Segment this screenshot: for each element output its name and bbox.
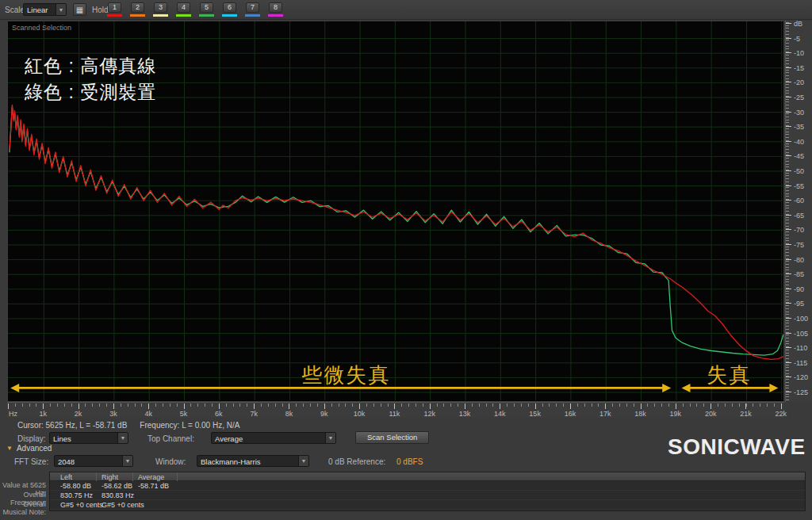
window-label: Window: [155, 457, 186, 466]
top-channel-label: Top Channel: [147, 434, 194, 443]
hold-color-swatch [107, 14, 122, 17]
db-tick [786, 112, 791, 113]
db-tick-label: -40 [794, 138, 804, 146]
hold-button-6[interactable]: 6 [223, 2, 236, 17]
frequency-tick [324, 403, 325, 409]
legend-overlay: 紅色 : 高傳真線 綠色 : 受測裝置 [25, 53, 156, 105]
db-tick-label: -55 [794, 182, 804, 190]
frequency-tick-label: 18k [634, 410, 646, 418]
hold-button-label: 6 [223, 2, 236, 13]
display-dropdown[interactable]: Lines ▼ [49, 432, 128, 444]
hold-button-7[interactable]: 7 [246, 2, 259, 17]
table-cell: 830.83 Hz [102, 491, 134, 499]
hold-button-label: 8 [269, 2, 282, 13]
top-channel-value: Average [212, 433, 325, 443]
table-cell: -58.71 dB [138, 482, 169, 490]
frequency-tick [8, 403, 9, 409]
window-dropdown[interactable]: Blackmann-Harris ▼ [197, 455, 309, 467]
legend-line-green: 綠色 : 受測裝置 [25, 79, 156, 105]
db-tick [786, 200, 791, 201]
hold-button-4[interactable]: 4 [177, 2, 190, 17]
spectrum-plot[interactable]: Scanned Selection 紅色 : 高傳真線 綠色 : 受測裝置 些微… [7, 21, 784, 402]
chevron-down-icon: ▼ [117, 433, 128, 443]
toolbar: Scale: Linear ▼ ▦ Hold: 12345678 [0, 0, 812, 20]
hold-button-5[interactable]: 5 [200, 2, 213, 17]
hold-button-label: 3 [154, 2, 167, 13]
frequency-tick [710, 403, 711, 409]
table-cell: G#5 +0 cents [102, 501, 144, 509]
db-tick [786, 23, 791, 24]
chevron-down-icon: ▼ [122, 456, 132, 466]
frequency-readout: Frequency: L = 0.00 Hz, N/A [140, 421, 239, 430]
db-tick-label: -15 [794, 64, 804, 72]
db-tick [786, 185, 791, 186]
hold-color-swatch [176, 14, 191, 17]
db-tick-label: -125 [794, 388, 808, 396]
table-row: 830.75 Hz830.83 Hz [50, 491, 805, 500]
column-separator [96, 472, 97, 481]
db-tick-label: -50 [794, 167, 804, 175]
frequency-tick-label: 21k [740, 410, 752, 418]
frequency-tick [535, 403, 536, 409]
hold-button-8[interactable]: 8 [269, 2, 282, 17]
column-separator [177, 472, 178, 481]
plot-title: Scanned Selection [12, 24, 71, 32]
hold-color-swatch [245, 14, 260, 17]
frequency-tick-label: 5k [180, 410, 188, 418]
reference-label: 0 dB Reference: [328, 457, 385, 466]
db-tick-label: -115 [794, 359, 807, 367]
db-tick [786, 289, 791, 289]
db-tick [786, 377, 791, 377]
hold-button-3[interactable]: 3 [154, 2, 167, 17]
db-tick [786, 82, 791, 82]
brand-watermark: SONICWAVE [668, 434, 806, 460]
table-cell: -58.62 dB [102, 482, 132, 490]
chevron-down-icon: ▼ [298, 456, 308, 466]
db-tick [786, 126, 791, 127]
frequency-tick-label: 17k [599, 410, 611, 418]
scan-selection-button[interactable]: Scan Selection [355, 431, 429, 444]
hold-button-1[interactable]: 1 [108, 2, 121, 17]
db-tick-label: -120 [794, 373, 808, 381]
db-tick-label: -85 [794, 270, 804, 278]
fft-size-value: 2048 [55, 456, 122, 466]
db-tick-label: -65 [794, 212, 804, 220]
frequency-ruler: Hz1k2k3k4k5k6k7k8k9k10k11k12k13k14k15k16… [7, 402, 784, 418]
frequency-tick-label: 3k [109, 410, 117, 418]
hold-button-2[interactable]: 2 [131, 2, 144, 17]
frequency-tick [781, 403, 782, 409]
device_under_test-curve [10, 107, 783, 356]
table-cell: -58.80 dB [60, 482, 91, 490]
frequency-tick [148, 403, 149, 409]
db-tick [786, 97, 791, 98]
frequency-tick [79, 403, 79, 409]
frequency-tick-label: 6k [215, 410, 223, 418]
frequency-tick [394, 403, 395, 409]
table-row: -58.80 dB-58.62 dB-58.71 dB [50, 481, 805, 491]
frequency-tick-label: Hz [9, 410, 17, 418]
db-tick-label: -5 [794, 35, 800, 43]
db-tick [786, 215, 791, 216]
table-cell: 830.75 Hz [60, 491, 93, 499]
db-tick [786, 362, 791, 363]
fft-size-dropdown[interactable]: 2048 ▼ [54, 455, 133, 467]
db-tick-label: dB [794, 20, 802, 28]
advanced-section-header[interactable]: ▼ Advanced [6, 444, 52, 453]
db-tick-label: -20 [794, 78, 804, 86]
frequency-tick-label: 22k [776, 410, 787, 418]
status-bar: Cursor: 5625 Hz, L = -58.71 dB Frequency… [17, 421, 239, 430]
db-tick [786, 52, 791, 53]
window-value: Blackmann-Harris [197, 456, 298, 466]
hold-color-swatch [222, 14, 237, 17]
top-channel-dropdown[interactable]: Average ▼ [211, 432, 336, 444]
copy-display-button[interactable]: ▦ [73, 3, 86, 16]
frequency-tick [289, 403, 289, 409]
hold-color-swatch [153, 14, 168, 17]
db-ruler-minor-ticks [786, 22, 789, 400]
frequency-tick [359, 403, 360, 409]
scale-dropdown[interactable]: Linear ▼ [23, 3, 67, 16]
frequency-tick [430, 403, 431, 409]
db-tick-label: -70 [794, 226, 804, 234]
frequency-tick-label: 7k [250, 410, 258, 418]
column-header-average: Average [138, 473, 164, 481]
